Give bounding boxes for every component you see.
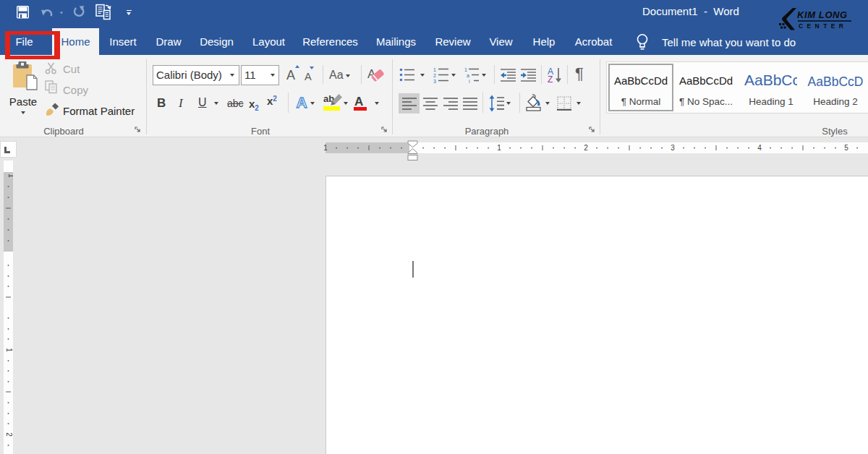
svg-text:2: 2: [584, 144, 588, 152]
svg-text:a: a: [467, 73, 469, 78]
svg-text:1: 1: [5, 348, 13, 352]
svg-text:1: 1: [323, 144, 328, 152]
svg-text:3: 3: [433, 79, 436, 84]
svg-text:2: 2: [5, 432, 13, 437]
svg-text:1: 1: [497, 144, 501, 152]
svg-text:4: 4: [757, 144, 762, 152]
svg-text:1: 1: [464, 67, 467, 72]
svg-text:1: 1: [7, 174, 14, 178]
svg-text:1: 1: [433, 67, 436, 72]
svg-text:Z: Z: [548, 74, 553, 84]
svg-text:2: 2: [433, 73, 436, 78]
svg-text:3: 3: [671, 144, 675, 152]
svg-text:5: 5: [844, 144, 848, 152]
svg-text:i: i: [469, 79, 470, 84]
svg-text:A: A: [296, 95, 307, 111]
